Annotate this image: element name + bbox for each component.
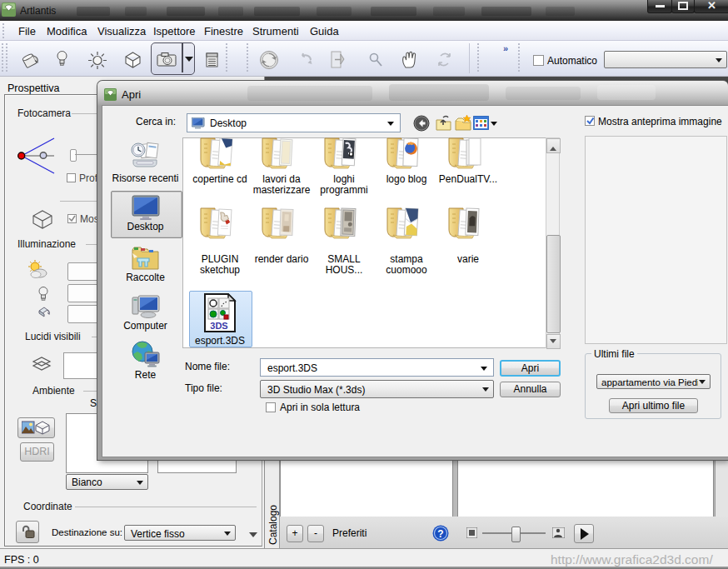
- svg-text:?: ?: [437, 528, 443, 540]
- svg-text:3DS: 3DS: [210, 321, 227, 331]
